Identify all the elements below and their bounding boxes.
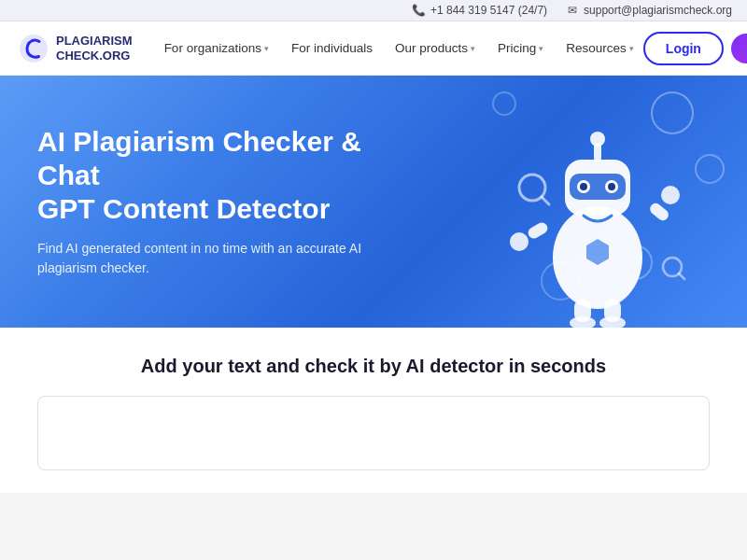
- topbar: 📞 +1 844 319 5147 (24/7) ✉ support@plagi…: [0, 0, 747, 21]
- phone-icon: 📞: [413, 4, 426, 17]
- svg-point-15: [608, 183, 615, 190]
- robot-illustration: [476, 85, 719, 328]
- hero-section: AI Plagiarism Checker & Chat GPT Content…: [0, 76, 747, 328]
- nav-item-pricing[interactable]: Pricing ▾: [488, 35, 553, 61]
- svg-line-25: [542, 197, 549, 204]
- svg-point-10: [590, 132, 605, 147]
- email-icon: ✉: [566, 4, 579, 17]
- email-item: ✉ support@plagiarismcheck.org: [566, 4, 732, 17]
- svg-rect-16: [526, 220, 549, 240]
- svg-point-17: [510, 232, 529, 251]
- logo-icon: [19, 34, 49, 63]
- svg-point-19: [661, 186, 680, 204]
- logo-text: PLAGIARISM CHECK.ORG: [56, 34, 133, 63]
- svg-point-23: [599, 316, 626, 328]
- chevron-down-icon-2: ▾: [471, 44, 475, 53]
- svg-point-22: [570, 316, 596, 328]
- check-section: Add your text and check it by AI detecto…: [0, 328, 747, 493]
- logo[interactable]: PLAGIARISM CHECK.ORG: [19, 34, 133, 63]
- nav-links: For organizations ▾ For individuals Our …: [155, 35, 643, 61]
- navbar: PLAGIARISM CHECK.ORG For organizations ▾…: [0, 21, 747, 76]
- svg-line-27: [679, 273, 684, 279]
- hero-title: AI Plagiarism Checker & Chat GPT Content…: [37, 125, 387, 226]
- join-button[interactable]: Join: [731, 34, 747, 63]
- svg-rect-18: [648, 201, 671, 222]
- nav-item-individuals[interactable]: For individuals: [282, 35, 382, 61]
- nav-item-organizations[interactable]: For organizations ▾: [155, 35, 278, 61]
- chevron-down-icon: ▾: [264, 44, 269, 53]
- nav-item-resources[interactable]: Resources ▾: [557, 35, 643, 61]
- svg-point-14: [580, 183, 587, 190]
- section-title: Add your text and check it by AI detecto…: [37, 356, 710, 377]
- text-input[interactable]: [37, 396, 710, 470]
- hero-subtitle: Find AI generated content in no time wit…: [37, 239, 387, 278]
- chevron-down-icon-3: ▾: [539, 44, 543, 53]
- chevron-down-icon-4: ▾: [629, 44, 634, 53]
- hero-content: AI Plagiarism Checker & Chat GPT Content…: [37, 125, 387, 278]
- nav-item-products[interactable]: Our products ▾: [386, 35, 485, 61]
- phone-text: +1 844 319 5147 (24/7): [430, 4, 547, 17]
- phone-item: 📞 +1 844 319 5147 (24/7): [413, 4, 547, 17]
- email-text: support@plagiarismcheck.org: [584, 4, 732, 17]
- login-button[interactable]: Login: [643, 32, 724, 65]
- nav-actions: Login Join: [643, 32, 747, 65]
